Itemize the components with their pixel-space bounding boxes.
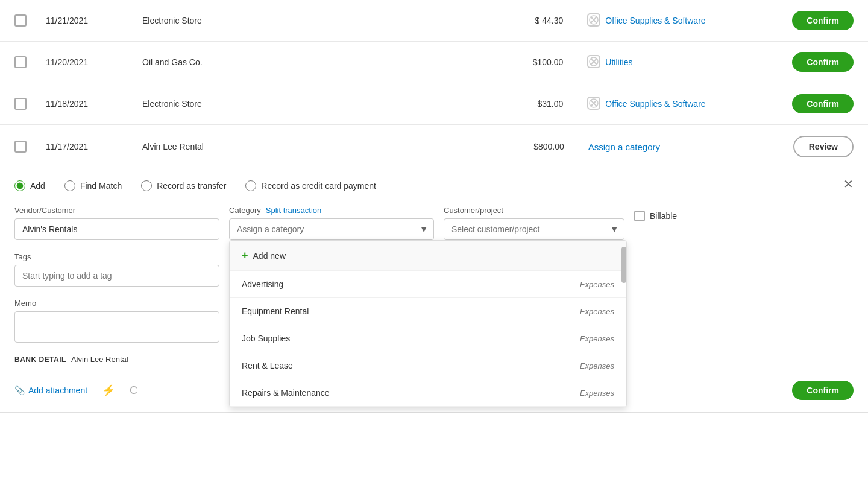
dropdown-item-type: Expenses	[580, 280, 614, 289]
radio-find-match[interactable]: Find Match	[64, 180, 122, 191]
tx-date-1: 11/21/2021	[46, 16, 142, 25]
category-group: Category Split transaction ▼ + Add new	[229, 206, 434, 240]
dropdown-item-advertising[interactable]: Advertising Expenses	[230, 271, 626, 298]
tx-date-3: 11/18/2021	[46, 99, 142, 109]
tx-action-4: Review	[793, 136, 854, 157]
close-button[interactable]: ✕	[843, 178, 854, 190]
tx-amount-1: $ 44.30	[485, 16, 563, 25]
radio-record-transfer[interactable]: Record as transfer	[141, 180, 226, 191]
expanded-panel: ✕ Add Find Match Record as transfer Reco…	[0, 168, 868, 413]
tx-category-3: Office Supplies & Software	[587, 97, 792, 112]
lightning-button[interactable]: ⚡	[102, 384, 115, 397]
radio-add-input[interactable]	[14, 180, 25, 191]
dropdown-item-type: Expenses	[580, 307, 614, 316]
assign-category-link[interactable]: Assign a category	[588, 142, 660, 152]
dropdown-item-name: Job Supplies	[242, 334, 290, 343]
dropdown-item-name: Repairs & Maintenance	[242, 388, 330, 398]
tx-date-2: 11/20/2021	[46, 57, 142, 67]
dropdown-item-job-supplies[interactable]: Job Supplies Expenses	[230, 325, 626, 352]
radio-record-transfer-input[interactable]	[141, 180, 152, 191]
dropdown-item-equipment[interactable]: Equipment Rental Expenses	[230, 298, 626, 325]
customer-label: Customer/project	[444, 206, 624, 215]
customer-input-wrapper: ▼	[444, 218, 624, 240]
row-checkbox-1[interactable]	[14, 14, 27, 27]
dropdown-item-name: Rent & Lease	[242, 361, 293, 370]
confirm-button-3[interactable]: Confirm	[792, 94, 854, 113]
tags-label: Tags	[14, 252, 219, 261]
paperclip-icon: 📎	[14, 385, 25, 395]
tx-date-4: 11/17/2021	[46, 142, 142, 151]
tx-category-name-1[interactable]: Office Supplies & Software	[605, 16, 705, 25]
scrollbar-thumb[interactable]	[621, 247, 626, 283]
tx-category-name-2[interactable]: Utilities	[605, 57, 632, 67]
category-input[interactable]	[229, 218, 434, 240]
radio-record-credit-input[interactable]	[245, 180, 256, 191]
confirm-button-1[interactable]: Confirm	[792, 11, 854, 30]
dropdown-item-name: Equipment Rental	[242, 306, 309, 316]
category-dropdown: + Add new Advertising Expenses Equipment…	[229, 240, 627, 407]
billable-group: Billable	[634, 211, 677, 221]
dropdown-item-type: Expenses	[580, 361, 614, 370]
bank-detail-value: Alvin Lee Rental	[71, 355, 128, 364]
dropdown-item-type: Expenses	[580, 334, 614, 343]
tx-vendor-1: Electronic Store	[142, 16, 485, 25]
category-input-wrapper: ▼	[229, 218, 434, 240]
transaction-row-expanded: 11/17/2021 Alvin Lee Rental $800.00 Assi…	[0, 125, 868, 168]
tx-amount-4: $800.00	[486, 142, 564, 151]
tx-action-1: Confirm	[792, 11, 854, 30]
tx-category-1: Office Supplies & Software	[587, 13, 792, 28]
transaction-row: 11/18/2021 Electronic Store $31.00 Offic…	[0, 83, 868, 125]
tx-amount-3: $31.00	[485, 99, 563, 109]
category-icon-1	[587, 13, 600, 28]
confirm-button-main[interactable]: Confirm	[792, 381, 854, 400]
memo-input[interactable]	[14, 311, 219, 343]
dropdown-item-repairs[interactable]: Repairs & Maintenance Expenses	[230, 379, 626, 407]
transaction-list: 11/21/2021 Electronic Store $ 44.30 Offi…	[0, 0, 868, 413]
category-label: Category	[229, 206, 261, 215]
memo-label: Memo	[14, 299, 219, 308]
radio-record-credit[interactable]: Record as credit card payment	[245, 180, 376, 191]
category-icon-2	[587, 55, 600, 70]
row-checkbox-2[interactable]	[14, 56, 27, 68]
tx-vendor-2: Oil and Gas Co.	[142, 57, 485, 67]
form-row-1: Vendor/Customer Category Split transacti…	[14, 206, 854, 240]
radio-add[interactable]: Add	[14, 180, 45, 191]
split-transaction-link[interactable]: Split transaction	[266, 206, 322, 215]
vendor-label: Vendor/Customer	[14, 206, 219, 215]
radio-record-credit-label: Record as credit card payment	[261, 181, 376, 191]
attachment-label: Add attachment	[28, 385, 87, 395]
circle-icon: C	[130, 384, 137, 397]
left-actions: 📎 Add attachment ⚡ C	[14, 384, 137, 397]
tx-category-2: Utilities	[587, 55, 792, 70]
tags-input[interactable]	[14, 265, 219, 287]
tx-action-2: Confirm	[792, 52, 854, 72]
radio-find-match-input[interactable]	[64, 180, 75, 191]
add-attachment-button[interactable]: 📎 Add attachment	[14, 385, 87, 395]
memo-group: Memo	[14, 299, 219, 343]
radio-record-transfer-label: Record as transfer	[157, 181, 226, 191]
vendor-input[interactable]	[14, 218, 219, 240]
dropdown-add-new[interactable]: + Add new	[230, 241, 626, 271]
billable-checkbox[interactable]	[634, 211, 645, 221]
billable-label: Billable	[650, 211, 677, 221]
tx-vendor-4: Alvin Lee Rental	[142, 142, 486, 151]
customer-group: Customer/project ▼	[444, 206, 624, 240]
radio-find-match-label: Find Match	[80, 181, 122, 191]
dropdown-item-name: Advertising	[242, 279, 283, 289]
customer-input[interactable]	[444, 218, 624, 240]
tx-category-4: Assign a category	[588, 142, 793, 152]
review-button-4[interactable]: Review	[793, 136, 854, 157]
dropdown-item-rent-lease[interactable]: Rent & Lease Expenses	[230, 352, 626, 379]
tags-group: Tags	[14, 252, 219, 287]
plus-icon: +	[242, 249, 248, 262]
row-checkbox-4[interactable]	[14, 141, 27, 153]
dropdown-item-type: Expenses	[580, 389, 614, 398]
row-checkbox-3[interactable]	[14, 98, 27, 110]
tx-vendor-3: Electronic Store	[142, 99, 485, 109]
category-header: Category Split transaction	[229, 206, 434, 215]
add-new-text: Add new	[253, 251, 286, 261]
tx-category-name-3[interactable]: Office Supplies & Software	[605, 99, 705, 109]
confirm-button-2[interactable]: Confirm	[792, 52, 854, 72]
tx-action-3: Confirm	[792, 94, 854, 113]
transaction-row: 11/20/2021 Oil and Gas Co. $100.00 Utili…	[0, 42, 868, 83]
